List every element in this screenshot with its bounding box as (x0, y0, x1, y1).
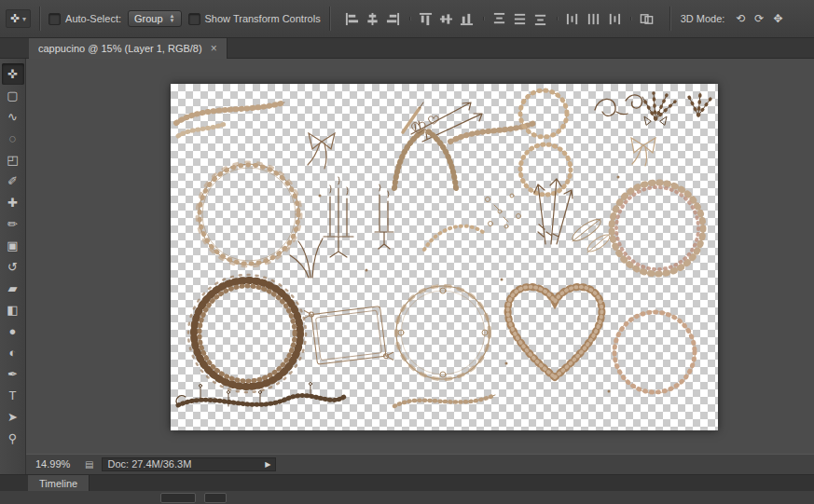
align-group-5 (633, 10, 661, 27)
show-transform-controls-checkbox[interactable] (188, 13, 200, 25)
status-menu-arrow-icon[interactable]: ▶ (265, 460, 270, 469)
3d-mode-label: 3D Mode: (681, 13, 725, 24)
3d-drag-icon[interactable]: ✥ (768, 10, 787, 27)
align-group-4 (559, 10, 628, 27)
garland-top-left (176, 102, 284, 136)
align-top-edges-icon[interactable] (417, 10, 435, 27)
tools-panel: ✜▢∿◌◰✐✚✏▣↺▰◧●◐✒T➤⚲ (0, 59, 26, 474)
garland-bottom-center (394, 395, 495, 406)
separator (483, 17, 484, 20)
align-horizontal-centers-icon[interactable] (364, 10, 382, 27)
timeline-tab-label: Timeline (39, 478, 77, 489)
status-bar: 14.99% ▤ Doc: 27.4M/36.3M ▶ (26, 454, 814, 474)
wreath-center (396, 286, 490, 379)
show-transform-controls-label: Show Transform Controls (205, 13, 321, 24)
align-left-edges-icon[interactable] (343, 10, 362, 27)
rectangular-marquee-tool-icon[interactable]: ▢ (2, 85, 24, 106)
dropdown-stepper-icon: ▲▼ (170, 14, 175, 23)
distribute-top-edges-icon[interactable] (490, 10, 509, 27)
history-brush-tool-icon[interactable]: ↺ (2, 256, 24, 278)
separator (630, 17, 631, 20)
tab-close-icon[interactable]: × (211, 42, 217, 55)
distribute-left-edges-icon[interactable] (564, 10, 583, 27)
pen-tool-icon[interactable]: ✒ (2, 363, 24, 385)
3d-mode-icons: ⟲⟳✥ (731, 10, 787, 27)
wreath-small-right (614, 311, 696, 393)
separator (409, 17, 410, 20)
align-group-1 (338, 10, 407, 27)
auto-align-layers-icon[interactable] (638, 10, 656, 27)
zoom-level[interactable]: 14.99% (35, 458, 76, 470)
align-vertical-centers-icon[interactable] (437, 10, 456, 27)
3d-orbit-icon[interactable]: ⟲ (731, 10, 750, 27)
ribbon-frame (303, 301, 393, 370)
floral-clusters-top-right (642, 93, 711, 125)
current-tool-badge[interactable]: ✜ ▾ (6, 9, 31, 28)
blur-tool-icon[interactable]: ● (2, 320, 24, 342)
document-tab-title: cappucino @ 15% (Layer 1, RGB/8) (38, 43, 202, 54)
auto-select-scope-dropdown[interactable]: Group ▲▼ (128, 10, 182, 27)
tool-preset-caret-icon: ▾ (22, 15, 26, 23)
document-tab[interactable]: cappucino @ 15% (Layer 1, RGB/8) × (29, 38, 228, 59)
separator (39, 7, 40, 31)
timeline-panel: Timeline (0, 474, 814, 504)
timeline-control[interactable] (160, 493, 196, 503)
eyedropper-tool-icon[interactable]: ✐ (2, 170, 24, 192)
clone-stamp-tool-icon[interactable]: ▣ (2, 235, 24, 256)
auto-select-checkbox[interactable] (48, 13, 61, 25)
doc-size-info: Doc: 27.4M/36.3M (107, 458, 191, 470)
lasso-tool-icon[interactable]: ∿ (2, 106, 24, 128)
wreath-dense-bottom-left (188, 275, 306, 392)
auto-select-label: Auto-Select: (65, 13, 121, 24)
healing-brush-tool-icon[interactable]: ✚ (2, 192, 24, 213)
distribute-horizontal-centers-icon[interactable] (585, 10, 603, 27)
doc-info-strip: Doc: 27.4M/36.3M ▶ (102, 457, 276, 471)
ribbon-bow-left (308, 133, 335, 169)
align-group-3 (486, 10, 555, 27)
brush-tool-icon[interactable]: ✏ (2, 213, 24, 235)
canvas-artwork-floral-doodles (171, 84, 718, 430)
swirl-flourishes (595, 95, 642, 116)
dotted-trail (424, 226, 484, 250)
move-tool-icon: ✜ (10, 12, 20, 25)
align-right-edges-icon[interactable] (384, 10, 403, 27)
quick-selection-tool-icon[interactable]: ◌ (2, 128, 24, 149)
align-bottom-edges-icon[interactable] (458, 10, 476, 27)
move-tool-icon[interactable]: ✜ (2, 63, 24, 85)
distribute-right-edges-icon[interactable] (605, 10, 624, 27)
wreath-left (197, 162, 301, 266)
separator (557, 17, 558, 20)
timeline-control[interactable] (204, 493, 227, 503)
separator (329, 7, 330, 31)
timeline-body (0, 491, 814, 504)
heart-wreath (508, 287, 602, 377)
zoom-tool-icon[interactable]: ⚲ (2, 428, 24, 449)
doc-preview-icon: ▤ (85, 459, 93, 470)
document-canvas[interactable] (171, 84, 718, 430)
type-tool-icon[interactable]: T (2, 385, 24, 406)
path-selection-tool-icon[interactable]: ➤ (2, 406, 24, 428)
feathers (570, 216, 613, 254)
canvas-area[interactable] (26, 59, 814, 454)
distribute-bottom-edges-icon[interactable] (531, 10, 550, 27)
distribute-vertical-centers-icon[interactable] (511, 10, 530, 27)
eraser-tool-icon[interactable]: ▰ (2, 278, 24, 299)
alignment-icon-groups (338, 10, 661, 27)
options-bar: ✜ ▾ Auto-Select: Group ▲▼ Show Transform… (0, 0, 814, 38)
3d-roll-icon[interactable]: ⟳ (750, 10, 768, 27)
gradient-tool-icon[interactable]: ◧ (2, 299, 24, 320)
scattered-flowers (486, 194, 521, 228)
align-group-2 (412, 10, 481, 27)
grass-tuft (290, 238, 323, 278)
arrow-fan (534, 179, 573, 244)
ribbon-bow-right (631, 138, 655, 166)
separator (669, 7, 670, 31)
document-tab-bar: cappucino @ 15% (Layer 1, RGB/8) × (0, 38, 814, 59)
candles (324, 177, 393, 257)
dodge-tool-icon[interactable]: ◐ (2, 342, 24, 363)
floral-circle-top (520, 90, 571, 195)
crop-tool-icon[interactable]: ◰ (2, 149, 24, 170)
fern-pair-with-hearts (394, 116, 456, 188)
wreath-right (611, 182, 704, 275)
tab-timeline[interactable]: Timeline (28, 475, 90, 491)
